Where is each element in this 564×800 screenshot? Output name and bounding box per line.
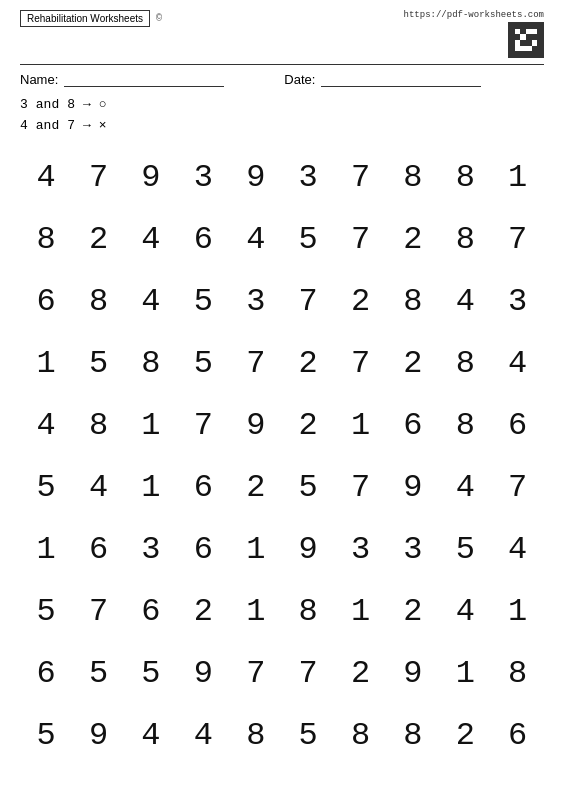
date-input-line[interactable]: [321, 71, 481, 87]
grid-cell-9-8: 2: [441, 717, 489, 754]
grid-cell-1-5: 5: [284, 221, 332, 258]
grid-cell-0-5: 3: [284, 159, 332, 196]
grid-cell-7-0: 5: [22, 593, 70, 630]
grid-cell-5-1: 4: [75, 469, 123, 506]
grid-row-6: 1636193354: [20, 519, 544, 581]
header-left: Rehabilitation Worksheets ©: [20, 10, 162, 27]
grid-row-2: 6845372843: [20, 271, 544, 333]
grid-row-4: 4817921686: [20, 395, 544, 457]
grid-cell-8-8: 1: [441, 655, 489, 692]
instr1-num2: 8: [67, 95, 75, 116]
grid-cell-4-5: 2: [284, 407, 332, 444]
grid-cell-4-2: 1: [127, 407, 175, 444]
date-field: Date:: [284, 71, 481, 87]
grid-row-7: 5762181241: [20, 581, 544, 643]
grid-cell-1-9: 7: [494, 221, 542, 258]
website-url: https://pdf-worksheets.com: [404, 10, 544, 20]
instr1-arrow: →: [83, 95, 91, 116]
grid-cell-1-1: 2: [75, 221, 123, 258]
grid-cell-3-8: 8: [441, 345, 489, 382]
grid-cell-1-7: 2: [389, 221, 437, 258]
grid-cell-7-7: 2: [389, 593, 437, 630]
instr2-arrow: →: [83, 116, 91, 137]
grid-cell-0-2: 9: [127, 159, 175, 196]
date-label: Date:: [284, 72, 315, 87]
grid-cell-1-2: 4: [127, 221, 175, 258]
grid-cell-9-4: 8: [232, 717, 280, 754]
grid-cell-7-5: 8: [284, 593, 332, 630]
instr1-symbol: ○: [99, 95, 107, 116]
grid-cell-0-1: 7: [75, 159, 123, 196]
grid-cell-8-1: 5: [75, 655, 123, 692]
grid-cell-9-9: 6: [494, 717, 542, 754]
grid-cell-3-3: 5: [179, 345, 227, 382]
grid-cell-2-2: 4: [127, 283, 175, 320]
grid-row-3: 1585727284: [20, 333, 544, 395]
grid-cell-2-4: 3: [232, 283, 280, 320]
grid-cell-9-1: 9: [75, 717, 123, 754]
grid-cell-5-9: 7: [494, 469, 542, 506]
name-date-row: Name: Date:: [20, 71, 544, 87]
grid-cell-1-4: 4: [232, 221, 280, 258]
grid-row-8: 6559772918: [20, 643, 544, 705]
grid-cell-1-3: 6: [179, 221, 227, 258]
grid-cell-8-0: 6: [22, 655, 70, 692]
header-divider: [20, 64, 544, 65]
header: Rehabilitation Worksheets © https://pdf-…: [20, 10, 544, 58]
instr1-word: and: [36, 95, 59, 116]
copyright-symbol: ©: [156, 13, 162, 24]
grid-cell-3-5: 2: [284, 345, 332, 382]
worksheet-title: Rehabilitation Worksheets: [20, 10, 150, 27]
name-label: Name:: [20, 72, 58, 87]
grid-cell-2-7: 8: [389, 283, 437, 320]
grid-cell-8-7: 9: [389, 655, 437, 692]
grid-cell-9-3: 4: [179, 717, 227, 754]
qr-code: [508, 22, 544, 58]
grid-cell-7-3: 2: [179, 593, 227, 630]
instr2-symbol: ×: [99, 116, 107, 137]
grid-cell-7-4: 1: [232, 593, 280, 630]
grid-cell-4-0: 4: [22, 407, 70, 444]
number-grid: 4793937881824645728768453728431585727284…: [20, 147, 544, 767]
grid-cell-7-9: 1: [494, 593, 542, 630]
grid-cell-4-7: 6: [389, 407, 437, 444]
grid-cell-6-6: 3: [337, 531, 385, 568]
grid-cell-1-0: 8: [22, 221, 70, 258]
grid-cell-0-0: 4: [22, 159, 70, 196]
grid-cell-4-1: 8: [75, 407, 123, 444]
grid-cell-2-0: 6: [22, 283, 70, 320]
grid-cell-8-4: 7: [232, 655, 280, 692]
grid-cell-7-1: 7: [75, 593, 123, 630]
grid-cell-5-2: 1: [127, 469, 175, 506]
grid-cell-9-5: 5: [284, 717, 332, 754]
grid-cell-1-8: 8: [441, 221, 489, 258]
grid-cell-9-0: 5: [22, 717, 70, 754]
instruction-row-1: 3 and 8 → ○: [20, 95, 544, 116]
grid-cell-3-6: 7: [337, 345, 385, 382]
grid-cell-6-9: 4: [494, 531, 542, 568]
grid-cell-0-4: 9: [232, 159, 280, 196]
grid-cell-6-2: 3: [127, 531, 175, 568]
grid-cell-7-8: 4: [441, 593, 489, 630]
grid-cell-6-1: 6: [75, 531, 123, 568]
grid-cell-4-3: 7: [179, 407, 227, 444]
header-right: https://pdf-worksheets.com: [404, 10, 544, 58]
grid-cell-6-5: 9: [284, 531, 332, 568]
name-field: Name:: [20, 71, 224, 87]
grid-cell-5-3: 6: [179, 469, 227, 506]
grid-cell-4-6: 1: [337, 407, 385, 444]
instr1-num1: 3: [20, 95, 28, 116]
grid-cell-9-7: 8: [389, 717, 437, 754]
grid-row-1: 8246457287: [20, 209, 544, 271]
grid-cell-8-3: 9: [179, 655, 227, 692]
grid-cell-6-0: 1: [22, 531, 70, 568]
name-input-line[interactable]: [64, 71, 224, 87]
grid-cell-3-9: 4: [494, 345, 542, 382]
grid-cell-3-0: 1: [22, 345, 70, 382]
page: Rehabilitation Worksheets © https://pdf-…: [0, 0, 564, 800]
instruction-row-2: 4 and 7 → ×: [20, 116, 544, 137]
grid-cell-0-6: 7: [337, 159, 385, 196]
grid-row-0: 4793937881: [20, 147, 544, 209]
grid-cell-9-2: 4: [127, 717, 175, 754]
grid-cell-9-6: 8: [337, 717, 385, 754]
